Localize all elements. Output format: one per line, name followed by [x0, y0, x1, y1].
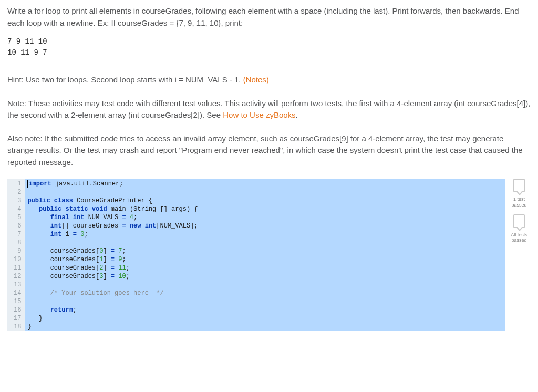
code-editor-region: 1 2 3 4 5 6 7 8 9 10 11 12 13 14 15 16 1… [7, 179, 531, 331]
problem-statement: Write a for loop to print all elements i… [7, 5, 531, 29]
note-2: Also note: If the submitted code tries t… [7, 133, 531, 169]
example-output: 7 9 11 10 10 11 9 7 [7, 36, 531, 58]
line-number-gutter: 1 2 3 4 5 6 7 8 9 10 11 12 13 14 15 16 1… [7, 179, 25, 331]
hint-text: Hint: Use two for loops. Second loop sta… [7, 74, 531, 86]
shield-icon [513, 214, 525, 228]
shield-icon [513, 179, 525, 192]
notes-link[interactable]: (Notes) [243, 75, 269, 84]
code-text-area[interactable]: import java.util.Scanner; public class C… [25, 179, 505, 331]
test-status-sidebar: 1 test passed All tests passed [505, 179, 531, 331]
instructions-block: Write a for loop to print all elements i… [7, 5, 531, 168]
code-editor[interactable]: 1 2 3 4 5 6 7 8 9 10 11 12 13 14 15 16 1… [7, 179, 505, 331]
zybooks-link[interactable]: How to Use zyBooks [223, 110, 295, 119]
badge-one-test-passed: 1 test passed [508, 179, 531, 208]
badge-all-tests-passed: All tests passed [508, 214, 531, 244]
note-1: Note: These activities may test code wit… [7, 98, 531, 121]
